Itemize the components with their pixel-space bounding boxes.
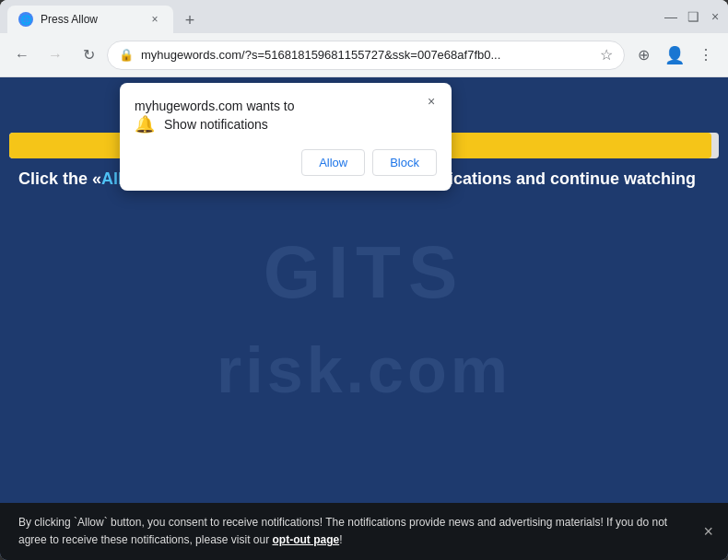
bell-icon: 🔔	[135, 114, 155, 134]
nav-right-buttons: ⊕ 👤 ⋮	[628, 41, 721, 70]
popup-buttons: Allow Block	[135, 149, 437, 176]
permission-popup: myhugewords.com wants to × 🔔 Show notifi…	[120, 83, 452, 191]
title-bar: 🌐 Press Allow × + — ❑ ×	[0, 0, 728, 33]
minimize-button[interactable]: —	[665, 11, 676, 22]
opt-out-link[interactable]: opt-out page	[272, 533, 339, 546]
bottom-notice-text-end: !	[339, 533, 342, 546]
new-tab-button[interactable]: +	[177, 7, 203, 33]
address-bar[interactable]: 🔒 myhugewords.com/?s=516818159681155727&…	[107, 41, 625, 70]
popup-notification-row: 🔔 Show notifications	[135, 114, 437, 134]
tab-area: 🌐 Press Allow × +	[7, 0, 658, 33]
close-window-button[interactable]: ×	[710, 11, 721, 22]
address-text: myhugewords.com/?s=516818159681155727&ss…	[141, 48, 593, 62]
allow-button[interactable]: Allow	[301, 149, 365, 176]
window-controls: — ❑ ×	[665, 11, 721, 22]
nav-bar: ← → ↻ 🔒 myhugewords.com/?s=5168181596811…	[0, 33, 728, 77]
block-button[interactable]: Block	[372, 149, 437, 176]
subscribe-text-before: Click the «	[18, 169, 101, 188]
bottom-notice-bar: By clicking `Allow` button, you consent …	[0, 503, 728, 560]
tab-close-button[interactable]: ×	[147, 12, 162, 27]
profile-button[interactable]: 👤	[660, 41, 689, 70]
forward-button[interactable]: →	[41, 41, 70, 70]
download-icon[interactable]: ⊕	[628, 41, 658, 70]
menu-button[interactable]: ⋮	[691, 41, 721, 70]
back-button[interactable]: ←	[7, 41, 37, 70]
maximize-button[interactable]: ❑	[687, 11, 699, 22]
notification-label: Show notifications	[164, 117, 268, 132]
bg-logo-top: GITS	[264, 230, 465, 315]
lock-icon: 🔒	[119, 48, 134, 62]
tab-title: Press Allow	[41, 13, 140, 26]
bottom-notice-close-button[interactable]: ×	[703, 518, 713, 544]
popup-close-button[interactable]: ×	[420, 90, 442, 112]
browser-window: 🌐 Press Allow × + — ❑ × ← → ↻ 🔒 myhugewo…	[0, 0, 728, 560]
refresh-button[interactable]: ↻	[74, 41, 103, 70]
active-tab[interactable]: 🌐 Press Allow ×	[7, 6, 173, 33]
bottom-notice-text: By clicking `Allow` button, you consent …	[18, 516, 667, 546]
page-content: GITS risk.com myhugewords.com wants to ×…	[0, 77, 728, 560]
bg-logo-bottom: risk.com	[217, 333, 511, 407]
tab-favicon: 🌐	[18, 12, 33, 27]
bookmark-star-icon[interactable]: ☆	[600, 46, 613, 64]
popup-title: myhugewords.com wants to	[135, 99, 317, 113]
